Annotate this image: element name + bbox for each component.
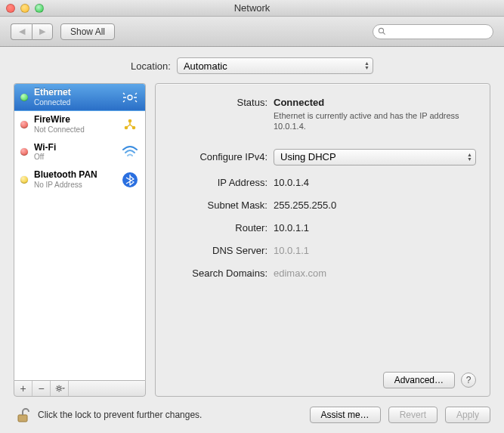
plus-icon: + [20,382,26,394]
assist-button[interactable]: Assist me… [310,407,381,423]
service-sub: Not Connected [34,125,115,135]
forward-button[interactable]: ▶ [32,23,53,40]
subnet-row: Subnet Mask: 255.255.255.0 [169,197,476,211]
service-sub: Off [34,153,115,162]
select-arrows-icon: ▲▼ [364,61,369,70]
search-icon [378,27,386,36]
svg-line-14 [57,390,57,391]
status-label: Status: [169,94,267,108]
service-item-wifi[interactable]: Wi-Fi Off [14,139,145,166]
router-value: 10.0.1.1 [274,220,476,234]
revert-button[interactable]: Revert [388,407,438,423]
service-sub: Connected [34,98,115,107]
close-window-button[interactable] [6,4,15,13]
gear-icon [54,383,65,394]
minimize-window-button[interactable] [20,4,29,13]
dns-label: DNS Server: [169,243,267,256]
status-description: Ethernet is currently active and has the… [274,110,476,132]
search-domains-value: edimax.com [274,265,476,279]
service-sub: No IP Address [34,181,115,190]
location-value: Automatic [184,60,227,72]
toolbar: ◀ ▶ Show All [0,17,504,47]
wifi-icon [121,143,139,161]
service-text: Bluetooth PAN No IP Address [34,170,115,189]
question-icon: ? [466,375,472,385]
status-dot-red-icon [20,121,28,128]
lock-open-icon[interactable] [14,406,32,424]
apply-button[interactable]: Apply [445,407,490,423]
search-input[interactable] [389,27,488,36]
service-text: Wi-Fi Off [34,143,115,162]
service-name: Ethernet [34,88,115,98]
forward-triangle-icon: ▶ [39,26,45,36]
ip-label: IP Address: [169,175,267,188]
content-area: Location: Automatic ▲▼ Ethernet Connecte… [0,47,504,433]
search-domains-label: Search Domains: [169,265,267,279]
status-dot-red-icon [20,148,28,156]
window-title: Network [0,2,504,14]
svg-line-12 [57,386,57,387]
service-item-bluetooth[interactable]: Bluetooth PAN No IP Address [14,166,145,193]
svg-rect-16 [18,415,27,422]
service-list: Ethernet Connected FireWire Not Connecte… [14,83,146,380]
sidebar-footer: + − [14,380,146,397]
titlebar: Network [0,0,504,17]
bottom-bar: Click the lock to prevent further change… [0,397,504,433]
advanced-button[interactable]: Advanced… [383,372,455,388]
service-item-ethernet[interactable]: Ethernet Connected [14,84,145,111]
svg-point-7 [57,387,60,390]
service-name: Wi-Fi [34,143,115,153]
status-dot-yellow-icon [20,176,28,184]
router-label: Router: [169,220,267,234]
add-service-button[interactable]: + [14,381,32,396]
details-footer: Advanced… ? [169,372,476,388]
subnet-label: Subnet Mask: [169,197,267,211]
service-name: Bluetooth PAN [34,170,115,181]
traffic-lights [6,4,44,13]
zoom-window-button[interactable] [35,4,44,13]
select-arrows-icon: ▲▼ [467,153,472,162]
lock-area: Click the lock to prevent further change… [14,406,202,424]
subnet-value: 255.255.255.0 [274,197,476,211]
main-row: Ethernet Connected FireWire Not Connecte… [0,83,504,397]
minus-icon: − [38,382,44,394]
service-item-firewire[interactable]: FireWire Not Connected [14,111,145,138]
service-text: FireWire Not Connected [34,115,115,134]
location-row: Location: Automatic ▲▼ [0,47,504,83]
firewire-icon [121,116,139,134]
dns-row: DNS Server: 10.0.1.1 [169,243,476,256]
ip-row: IP Address: 10.0.1.4 [169,175,476,188]
svg-line-1 [383,32,385,35]
configure-label: Configure IPv4: [169,149,267,162]
svg-point-3 [128,119,132,123]
back-triangle-icon: ◀ [19,26,25,36]
sidebar: Ethernet Connected FireWire Not Connecte… [14,83,146,397]
lock-text: Click the lock to prevent further change… [38,410,202,420]
search-field[interactable] [373,24,493,39]
nav-group: ◀ ▶ [11,23,53,40]
service-actions-button[interactable] [51,381,69,396]
ip-value: 10.0.1.4 [274,175,476,188]
dns-value: 10.0.1.1 [274,243,476,256]
show-all-button[interactable]: Show All [60,23,115,40]
router-row: Router: 10.0.1.1 [169,220,476,234]
status-value: Connected [274,97,324,108]
svg-line-15 [60,386,60,387]
back-button[interactable]: ◀ [11,23,32,40]
bluetooth-icon [121,171,139,189]
configure-row: Configure IPv4: Using DHCP ▲▼ [169,149,476,165]
details-panel: Status: Connected Ethernet is currently … [155,83,490,397]
service-name: FireWire [34,115,115,125]
location-select[interactable]: Automatic ▲▼ [177,57,373,74]
search-domains-row: Search Domains: edimax.com [169,265,476,279]
svg-point-0 [379,28,383,32]
ethernet-icon [121,88,139,107]
help-button[interactable]: ? [461,373,476,388]
service-text: Ethernet Connected [34,88,115,107]
configure-value: Using DHCP [280,151,336,162]
svg-line-13 [60,390,60,391]
configure-ipv4-select[interactable]: Using DHCP ▲▼ [274,149,476,165]
remove-service-button[interactable]: − [32,381,51,396]
status-dot-green-icon [20,94,28,101]
status-value-block: Connected Ethernet is currently active a… [274,94,476,132]
